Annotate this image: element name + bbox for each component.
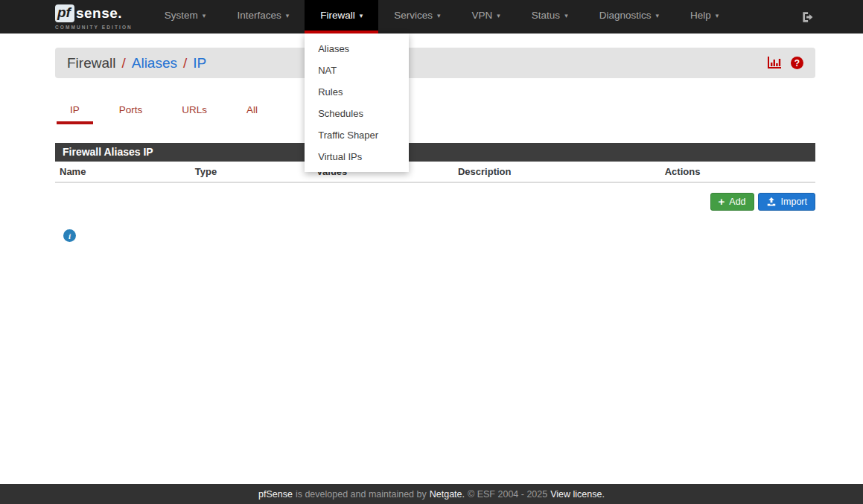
aliases-table: Name Type Values Description Actions <box>55 162 815 183</box>
nav-item-label: Services <box>394 10 433 21</box>
breadcrumb-link-ip[interactable]: IP <box>193 55 206 71</box>
nav-item-label: Interfaces <box>237 10 281 21</box>
nav-item-label: System <box>165 10 198 21</box>
caret-down-icon: ▾ <box>655 12 659 19</box>
pfsense-logo-sense: sense. <box>76 6 122 21</box>
caret-down-icon: ▾ <box>564 12 568 19</box>
menu-item-schedules[interactable]: Schedules <box>305 103 409 124</box>
column-header-name: Name <box>55 162 191 182</box>
pfsense-logo-main: pf sense. <box>55 4 133 22</box>
caret-down-icon: ▾ <box>437 12 441 19</box>
breadcrumb: Firewall / Aliases / IP <box>67 55 206 71</box>
footer-netgate-link[interactable]: Netgate. <box>430 489 465 500</box>
footer-brand: pfSense <box>258 489 293 500</box>
nav-item-help[interactable]: Help ▾ <box>675 0 734 34</box>
nav-item-label: Firewall <box>320 10 355 21</box>
help-icon[interactable]: ? <box>791 57 803 69</box>
header-icons: ? <box>767 57 803 69</box>
nav-item-label: VPN <box>472 10 493 21</box>
import-button[interactable]: Import <box>758 193 815 211</box>
nav-item-services[interactable]: Services ▾ <box>378 0 456 34</box>
caret-down-icon: ▾ <box>716 12 719 19</box>
sign-out-icon[interactable] <box>799 0 815 34</box>
caret-down-icon: ▾ <box>360 12 363 19</box>
tab-ports[interactable]: Ports <box>106 97 156 124</box>
nav-item-system[interactable]: System ▾ <box>149 0 222 34</box>
column-header-description: Description <box>453 162 660 182</box>
breadcrumb-section: Firewall <box>67 55 115 71</box>
nav-item-label: Status <box>532 10 560 21</box>
breadcrumb-separator: / <box>121 55 125 71</box>
nav-item-diagnostics[interactable]: Diagnostics ▾ <box>584 0 675 34</box>
menu-item-rules[interactable]: Rules <box>305 81 409 103</box>
caret-down-icon: ▾ <box>203 12 206 19</box>
upload-icon <box>766 197 777 207</box>
main-content: Firewall / Aliases / IP ? IP Ports URLs … <box>55 48 815 242</box>
column-header-actions: Actions <box>660 162 815 182</box>
nav-item-firewall[interactable]: Firewall ▾ Aliases NAT Rules Schedules T… <box>305 0 378 34</box>
pfsense-logo-pf: pf <box>55 4 74 22</box>
top-navbar: pf sense. COMMUNITY EDITION System ▾ Int… <box>0 0 863 34</box>
tab-urls[interactable]: URLs <box>168 97 220 124</box>
page-header-bar: Firewall / Aliases / IP ? <box>55 48 815 78</box>
navbar-inner: pf sense. COMMUNITY EDITION System ▾ Int… <box>55 0 815 34</box>
nav-item-label: Diagnostics <box>599 10 652 21</box>
breadcrumb-separator: / <box>183 55 187 71</box>
breadcrumb-link-aliases[interactable]: Aliases <box>132 55 177 71</box>
menu-item-aliases[interactable]: Aliases <box>305 38 409 60</box>
alias-tabs: IP Ports URLs All <box>55 97 815 124</box>
footer-license-link[interactable]: View license. <box>550 489 605 500</box>
info-icon[interactable]: i <box>63 229 76 242</box>
table-header-row: Name Type Values Description Actions <box>55 162 815 182</box>
pfsense-logo[interactable]: pf sense. COMMUNITY EDITION <box>55 0 133 34</box>
add-button[interactable]: + Add <box>710 193 754 211</box>
nav-item-label: Help <box>690 10 711 21</box>
footer-copyright: © ESF 2004 - 2025 <box>468 489 547 500</box>
caret-down-icon: ▾ <box>286 12 290 19</box>
nav-item-vpn[interactable]: VPN ▾ <box>456 0 516 34</box>
monitoring-chart-icon[interactable] <box>767 57 781 69</box>
plus-icon: + <box>719 197 725 206</box>
page-footer: pfSense is developed and maintained by N… <box>0 484 863 504</box>
panel-title: Firewall Aliases IP <box>55 143 815 162</box>
column-header-type: Type <box>191 162 312 182</box>
info-row: i <box>55 229 815 242</box>
firewall-dropdown-menu: Aliases NAT Rules Schedules Traffic Shap… <box>305 34 409 172</box>
add-button-label: Add <box>729 197 745 207</box>
import-button-label: Import <box>781 197 807 207</box>
menu-item-traffic-shaper[interactable]: Traffic Shaper <box>305 124 409 146</box>
action-buttons-row: + Add Import <box>55 193 815 211</box>
firewall-aliases-panel: Firewall Aliases IP Name Type Values Des… <box>55 143 815 183</box>
tab-all[interactable]: All <box>233 97 271 124</box>
caret-down-icon: ▾ <box>497 12 500 19</box>
tab-ip[interactable]: IP <box>57 97 93 124</box>
footer-text: is developed and maintained by <box>296 489 427 500</box>
menu-item-nat[interactable]: NAT <box>305 60 409 81</box>
menu-item-virtual-ips[interactable]: Virtual IPs <box>305 146 409 168</box>
nav-item-interfaces[interactable]: Interfaces ▾ <box>221 0 305 34</box>
pfsense-logo-edition: COMMUNITY EDITION <box>55 25 133 30</box>
nav-item-status[interactable]: Status ▾ <box>516 0 584 34</box>
